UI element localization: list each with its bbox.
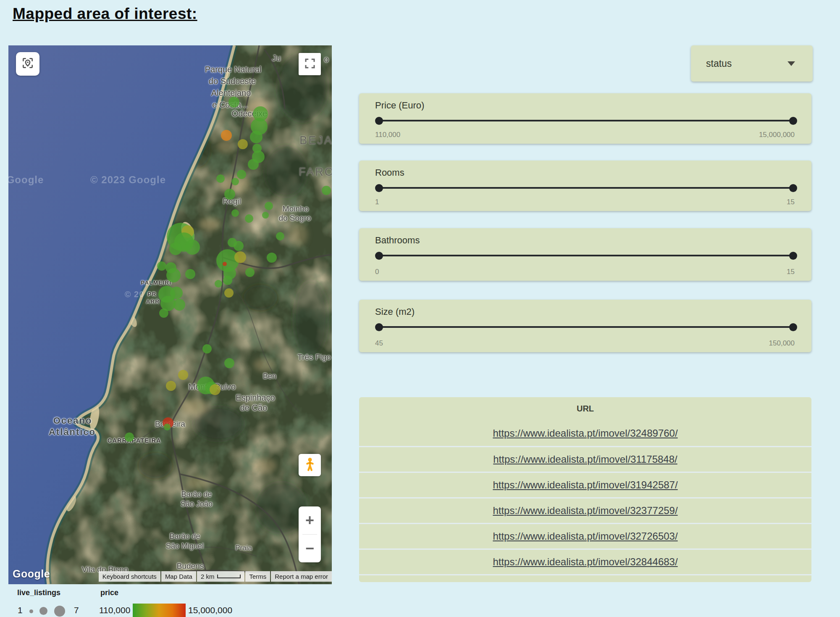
slider-handle-min[interactable] bbox=[375, 252, 383, 260]
listing-marker[interactable] bbox=[173, 299, 185, 311]
legend-price-title: price bbox=[100, 588, 118, 597]
fullscreen-button[interactable] bbox=[299, 53, 321, 75]
listing-marker[interactable] bbox=[125, 432, 134, 442]
slider-handle-min[interactable] bbox=[375, 117, 383, 125]
listing-marker[interactable] bbox=[224, 288, 234, 298]
listing-marker[interactable] bbox=[237, 170, 246, 179]
map-place-label: Barão de bbox=[169, 532, 200, 541]
listing-marker[interactable] bbox=[166, 381, 176, 391]
map-place-label: BEJA bbox=[299, 134, 332, 147]
listing-url-link[interactable]: https://www.idealista.pt/imovel/32377259… bbox=[493, 505, 677, 517]
listing-marker[interactable] bbox=[178, 370, 188, 380]
listing-marker[interactable] bbox=[223, 262, 227, 266]
satellite-map[interactable]: Parque Natural do Sudoeste Alentejano e … bbox=[8, 45, 332, 584]
map-place-label: Ju bbox=[272, 53, 281, 63]
pegman-button[interactable] bbox=[299, 454, 321, 476]
listing-marker[interactable] bbox=[210, 384, 220, 395]
range-slider[interactable] bbox=[379, 119, 793, 122]
map-place-label: Parque Natural bbox=[205, 65, 262, 74]
listing-url-link[interactable]: https://www.idealista.pt/imovel/32844683… bbox=[493, 556, 677, 568]
listing-marker[interactable] bbox=[231, 178, 239, 185]
listing-marker[interactable] bbox=[238, 139, 248, 149]
slider-track[interactable] bbox=[379, 187, 793, 189]
listing-marker[interactable] bbox=[185, 240, 200, 255]
listing-marker[interactable] bbox=[265, 202, 273, 210]
legend-circle-small bbox=[29, 609, 33, 613]
listing-marker[interactable] bbox=[262, 212, 269, 219]
slider-handle-max[interactable] bbox=[789, 184, 797, 192]
map-place-label: Google bbox=[8, 174, 44, 186]
map-place-label: São João bbox=[181, 500, 213, 509]
legend-price-max: 15,000,000 bbox=[188, 605, 232, 615]
slider-handle-min[interactable] bbox=[375, 323, 383, 331]
listing-marker[interactable] bbox=[322, 186, 331, 195]
listing-marker[interactable] bbox=[185, 269, 195, 279]
legend-size-max: 7 bbox=[74, 605, 79, 615]
listing-marker[interactable] bbox=[157, 261, 166, 271]
listing-marker[interactable] bbox=[245, 214, 253, 223]
status-dropdown[interactable]: status bbox=[691, 45, 813, 82]
keyboard-shortcuts-link[interactable]: Keyboard shortcuts bbox=[99, 571, 160, 582]
listing-marker[interactable] bbox=[221, 130, 232, 141]
listing-marker[interactable] bbox=[224, 358, 234, 368]
listing-marker[interactable] bbox=[215, 280, 222, 287]
listing-url-link[interactable]: https://www.idealista.pt/imovel/32049204… bbox=[493, 582, 677, 582]
google-logo: Google bbox=[13, 568, 50, 580]
zoom-control[interactable]: + − bbox=[299, 506, 321, 562]
table-row: https://www.idealista.pt/imovel/32844683… bbox=[359, 548, 811, 574]
listing-url-link[interactable]: https://www.idealista.pt/imovel/32489760… bbox=[493, 427, 677, 439]
range-slider[interactable] bbox=[379, 187, 793, 189]
report-map-error-link[interactable]: Report a map error bbox=[271, 571, 332, 582]
listing-marker[interactable] bbox=[164, 424, 171, 430]
table-row: https://www.idealista.pt/imovel/32726503… bbox=[359, 523, 811, 548]
map-data-link[interactable]: Map Data bbox=[161, 571, 196, 582]
listing-marker[interactable] bbox=[234, 241, 244, 251]
map-place-label: do Sogro bbox=[278, 214, 311, 223]
listing-url-link[interactable]: https://www.idealista.pt/imovel/31942587… bbox=[493, 479, 677, 491]
listing-url-link[interactable]: https://www.idealista.pt/imovel/31175848… bbox=[493, 454, 677, 465]
listing-marker[interactable] bbox=[159, 308, 168, 318]
focus-markers-button[interactable] bbox=[16, 52, 39, 76]
listing-marker[interactable] bbox=[224, 189, 235, 200]
listing-marker[interactable] bbox=[223, 276, 232, 285]
listing-marker[interactable] bbox=[228, 97, 239, 108]
listing-marker[interactable] bbox=[248, 159, 259, 170]
listing-marker[interactable] bbox=[216, 174, 225, 183]
status-dropdown-label: status bbox=[706, 58, 732, 69]
listing-marker[interactable] bbox=[166, 268, 181, 282]
listing-marker[interactable] bbox=[231, 209, 239, 217]
legend-circle-medium bbox=[39, 607, 47, 615]
slider-handle-max[interactable] bbox=[789, 323, 797, 331]
listing-marker[interactable] bbox=[250, 131, 262, 143]
pegman-icon bbox=[302, 457, 318, 474]
slider-max-value: 15 bbox=[787, 268, 795, 276]
filter-panels: Price (Euro) 110,000 15,000,000 Rooms 1 … bbox=[359, 93, 811, 371]
slider-handle-max[interactable] bbox=[789, 252, 797, 260]
scale-text: 2 km bbox=[201, 573, 215, 580]
listing-marker[interactable] bbox=[245, 268, 255, 277]
listing-url-link[interactable]: https://www.idealista.pt/imovel/32726503… bbox=[493, 530, 677, 542]
slider-handle-min[interactable] bbox=[375, 184, 383, 192]
range-slider[interactable] bbox=[379, 326, 793, 328]
legend-price-min: 110,000 bbox=[99, 605, 130, 615]
scale-bar bbox=[217, 575, 241, 578]
range-slider[interactable] bbox=[379, 254, 793, 257]
slider-track[interactable] bbox=[379, 326, 793, 328]
filter-panel: Bathrooms 0 15 bbox=[359, 228, 811, 281]
slider-min-value: 1 bbox=[375, 198, 379, 206]
slider-max-value: 15,000,000 bbox=[759, 131, 795, 139]
slider-track[interactable] bbox=[379, 120, 793, 121]
map-place-label: FARO bbox=[299, 166, 332, 179]
listing-marker[interactable] bbox=[234, 251, 246, 263]
listing-marker[interactable] bbox=[169, 243, 182, 255]
page-title: Mapped area of interest: bbox=[13, 5, 197, 23]
zoom-in-button[interactable]: + bbox=[299, 506, 321, 534]
slider-track[interactable] bbox=[379, 255, 793, 256]
zoom-out-button[interactable]: − bbox=[299, 535, 321, 562]
listing-marker[interactable] bbox=[267, 253, 277, 263]
listing-marker[interactable] bbox=[276, 232, 284, 240]
listing-marker[interactable] bbox=[202, 344, 212, 353]
slider-label: Bathrooms bbox=[375, 235, 420, 246]
slider-handle-max[interactable] bbox=[789, 117, 797, 125]
terms-link[interactable]: Terms bbox=[245, 571, 270, 582]
